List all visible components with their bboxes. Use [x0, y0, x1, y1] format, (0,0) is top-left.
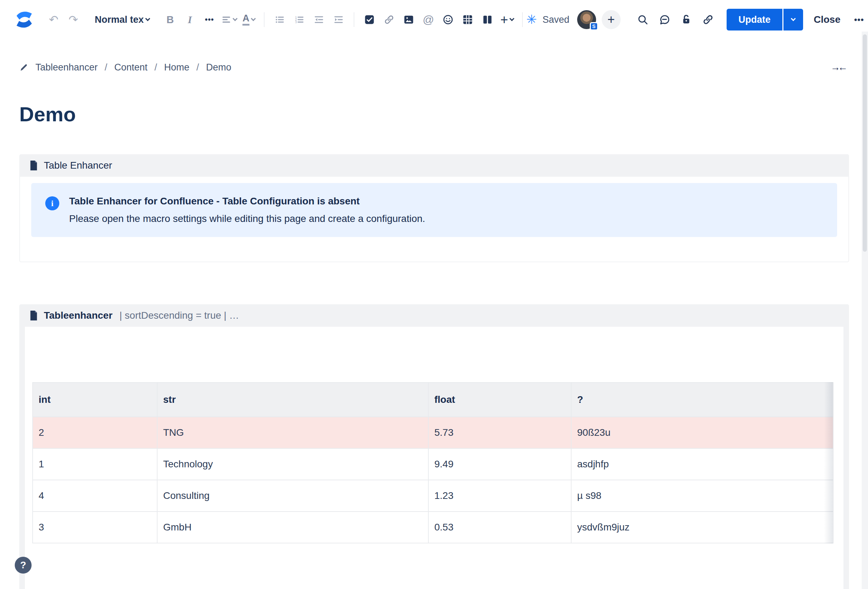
bold-button[interactable]: B	[162, 10, 178, 29]
update-button[interactable]: Update	[726, 9, 783, 31]
breadcrumb-space[interactable]: Tableenhancer	[35, 62, 97, 73]
table-cell: ysdvßm9juz	[571, 511, 833, 543]
saving-spinner-icon: ✳	[526, 12, 537, 27]
macro-parameters: | sortDescending = true | …	[120, 310, 239, 321]
numbered-list-icon: 123	[294, 15, 304, 25]
insert-image-button[interactable]	[401, 10, 417, 29]
table-row: 4 Consulting 1.23 µ s98	[32, 480, 833, 511]
breadcrumb-row: Tableenhancer / Content / Home / Demo →←	[19, 59, 849, 76]
emoji-button[interactable]	[440, 10, 456, 29]
comment-icon	[659, 14, 670, 25]
unlock-icon	[681, 14, 692, 25]
page-title[interactable]: Demo	[19, 102, 76, 126]
data-table-wrap: int str float ? 2 TNG 5.73 90ß23u	[32, 382, 833, 543]
alert-title: Table Enhancer for Confluence - Table Co…	[69, 196, 425, 207]
text-style-label: Normal text	[95, 15, 144, 25]
unlock-button[interactable]	[678, 10, 694, 29]
search-button[interactable]	[635, 10, 651, 29]
breadcrumb-home[interactable]: Home	[164, 62, 189, 73]
table-enhancer-macro-header[interactable]: Table Enhancer	[19, 154, 849, 177]
insert-table-button[interactable]	[460, 10, 476, 29]
undo-button[interactable]: ↶	[46, 10, 62, 29]
inline-comment-button[interactable]	[657, 10, 673, 29]
indent-button[interactable]	[331, 10, 347, 29]
redo-button[interactable]: ↷	[65, 10, 81, 29]
toolbar-divider	[354, 12, 354, 27]
outdent-icon	[314, 15, 324, 25]
help-button[interactable]: ?	[15, 557, 32, 574]
column-header-float[interactable]: float	[428, 383, 571, 417]
more-menu-icon: •••	[854, 15, 864, 25]
redo-icon: ↷	[69, 13, 78, 26]
info-icon: i	[45, 196, 59, 211]
columns-icon	[482, 15, 493, 25]
toolbar-divider	[522, 12, 523, 27]
table-cell: 2	[32, 417, 157, 448]
alignment-dropdown[interactable]	[221, 10, 237, 29]
copy-link-button[interactable]	[700, 10, 716, 29]
text-color-dropdown[interactable]: A	[241, 10, 257, 29]
bullet-list-button[interactable]	[272, 10, 288, 29]
table-enhancer-macro-body: i Table Enhancer for Confluence - Table …	[19, 177, 849, 262]
confluence-logo-icon	[14, 9, 34, 30]
table-cell: 9.49	[428, 448, 571, 480]
bullet-list-icon	[275, 15, 285, 25]
link-icon	[384, 15, 394, 25]
italic-icon: I	[188, 14, 192, 26]
outdent-button[interactable]	[311, 10, 327, 29]
layout-columns-button[interactable]	[479, 10, 495, 29]
breadcrumb-content[interactable]: Content	[114, 62, 148, 73]
tableenhancer-macro: Tableenhancer | sortDescending = true | …	[19, 304, 849, 589]
chevron-down-icon	[509, 16, 514, 21]
table-cell: 4	[32, 480, 157, 511]
chevron-down-icon	[233, 16, 238, 21]
task-list-button[interactable]	[362, 10, 378, 29]
add-people-button[interactable]: +	[602, 10, 621, 29]
text-color-icon: A	[242, 14, 249, 26]
info-alert: i Table Enhancer for Confluence - Table …	[31, 183, 837, 237]
table-cell: 90ß23u	[571, 417, 833, 448]
tableenhancer-macro-body: int str float ? 2 TNG 5.73 90ß23u	[25, 327, 843, 589]
bold-icon: B	[167, 14, 174, 26]
update-options-button[interactable]	[784, 9, 803, 31]
more-menu-button[interactable]: •••	[851, 10, 867, 29]
search-icon	[637, 14, 648, 25]
numbered-list-button[interactable]: 123	[291, 10, 307, 29]
column-header-str[interactable]: str	[157, 383, 428, 417]
table-cell: µ s98	[571, 480, 833, 511]
table-cell: Technology	[157, 448, 428, 480]
link-icon	[703, 14, 714, 25]
table-header-row: int str float ?	[32, 383, 833, 417]
insert-link-button[interactable]	[381, 10, 397, 29]
align-left-icon	[221, 15, 231, 25]
more-formatting-button[interactable]: •••	[201, 10, 217, 29]
table-cell: 1	[32, 448, 157, 480]
italic-button[interactable]: I	[182, 10, 198, 29]
collapse-width-button[interactable]: →←	[830, 62, 849, 73]
column-header-int[interactable]: int	[32, 383, 157, 417]
table-cell: Consulting	[157, 480, 428, 511]
scrollbar-thumb[interactable]	[863, 34, 867, 252]
chevron-down-icon	[791, 16, 796, 21]
tableenhancer-macro-header[interactable]: Tableenhancer | sortDescending = true | …	[19, 304, 849, 327]
text-style-dropdown[interactable]: Normal text	[95, 10, 149, 29]
chevron-down-icon	[251, 16, 256, 21]
image-icon	[403, 15, 414, 25]
table-cell: GmbH	[157, 511, 428, 543]
table-enhancer-macro: Table Enhancer i Table Enhancer for Conf…	[19, 154, 849, 262]
column-header-question[interactable]: ?	[571, 383, 833, 417]
close-button[interactable]: Close	[809, 14, 845, 25]
svg-text:3: 3	[295, 21, 297, 24]
question-mark-icon: ?	[20, 560, 26, 571]
update-split-button: Update	[726, 9, 803, 31]
insert-more-dropdown[interactable]: +	[499, 10, 515, 29]
breadcrumb-page[interactable]: Demo	[206, 62, 231, 73]
more-formatting-icon: •••	[205, 15, 214, 24]
macro-title: Table Enhancer	[44, 160, 112, 171]
table-cell: 5.73	[428, 417, 571, 448]
breadcrumb-separator: /	[196, 62, 199, 73]
macro-title: Tableenhancer	[44, 310, 113, 321]
mention-button[interactable]: @	[420, 10, 437, 29]
page-scrollbar[interactable]	[862, 32, 868, 589]
avatar[interactable]: S	[577, 10, 596, 29]
